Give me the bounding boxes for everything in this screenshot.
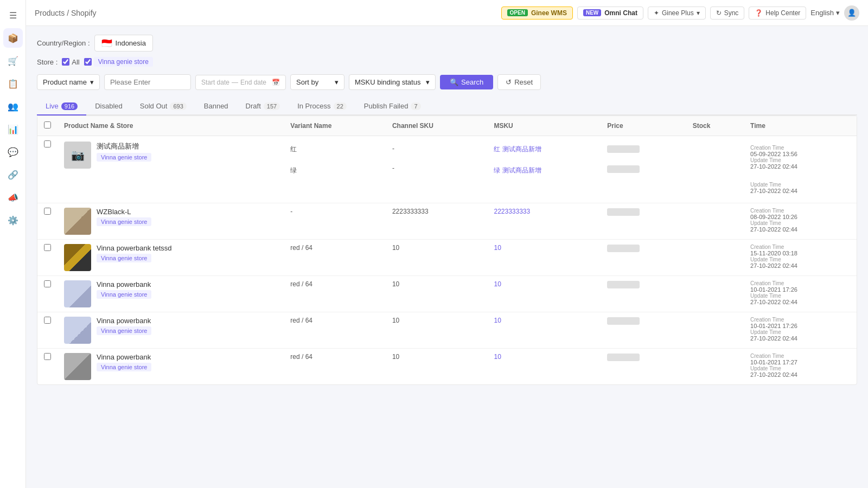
tab-publish-failed[interactable]: Publish Failed 7 xyxy=(355,98,430,115)
tab-live-label: Live xyxy=(46,102,59,110)
reset-icon: ↺ xyxy=(506,78,512,86)
msku-link[interactable]: 10 xyxy=(494,353,501,361)
search-button[interactable]: 🔍 Search xyxy=(440,75,493,89)
page-title: Products / Shopify xyxy=(35,9,495,17)
tab-draft[interactable]: Draft 157 xyxy=(237,98,289,115)
row-time-cell: Creation Time 08-09-2022 10:26 Update Ti… xyxy=(744,203,857,240)
store-all-checkbox-label[interactable]: All xyxy=(62,58,79,66)
ginee-plus-label: Ginee Plus xyxy=(662,9,694,17)
store-vinna-checkbox[interactable] xyxy=(84,58,92,66)
creation-time-label: Creation Time xyxy=(750,317,850,323)
sidebar-icon-orders[interactable]: 🛒 xyxy=(3,51,23,70)
row-stock-cell xyxy=(686,136,744,203)
tab-in-process[interactable]: In Process 22 xyxy=(289,98,355,115)
update-time-label: Update Time xyxy=(750,365,850,371)
ginee-plus-btn[interactable]: ✦ Ginee Plus ▾ xyxy=(648,7,706,20)
calendar-icon: 📅 xyxy=(272,79,280,86)
row-checkbox-cell[interactable] xyxy=(37,136,58,203)
product-name: WZBlack-L xyxy=(97,208,151,216)
row-checkbox-cell[interactable] xyxy=(37,312,58,349)
sidebar-icon-messages[interactable]: 💬 xyxy=(3,142,23,162)
msku-status-dropdown[interactable]: MSKU binding status ▾ xyxy=(349,74,436,90)
row-time-cell: Creation Time 10-01-2021 17:26 Update Ti… xyxy=(744,312,857,349)
row-checkbox-cell[interactable] xyxy=(37,276,58,312)
variant-name: red / 64 xyxy=(290,280,312,288)
sync-btn[interactable]: ↻ Sync xyxy=(710,7,745,20)
tab-sold-out[interactable]: Sold Out 693 xyxy=(131,98,195,115)
row-checkbox[interactable] xyxy=(44,244,51,251)
sidebar-icon-customers[interactable]: 👥 xyxy=(3,97,23,116)
store-all-checkbox[interactable] xyxy=(62,58,69,66)
store-badge: Vinna genie store xyxy=(97,290,151,299)
row-checkbox[interactable] xyxy=(44,317,51,324)
tab-banned[interactable]: Banned xyxy=(195,98,237,115)
store-badge: Vinna genie store xyxy=(97,254,151,262)
row-checkbox-cell[interactable] xyxy=(37,240,58,276)
tab-disabled[interactable]: Disabled xyxy=(86,98,131,115)
tab-in-process-count: 22 xyxy=(334,102,347,110)
msku-status-label: MSKU binding status xyxy=(355,78,420,86)
sort-by-dropdown[interactable]: Sort by ▾ xyxy=(290,74,344,90)
row-variant-cell: red / 64 xyxy=(284,276,386,312)
store-name-tag: Vinna genie store xyxy=(94,57,153,67)
msku-link[interactable]: 10 xyxy=(494,280,501,288)
search-icon: 🔍 xyxy=(450,78,458,86)
sidebar-icon-analytics[interactable]: 📊 xyxy=(3,119,23,139)
sidebar-menu-icon[interactable]: ☰ xyxy=(3,5,23,25)
sidebar-icon-listings[interactable]: 📋 xyxy=(3,74,23,93)
msku-chevron-icon: ▾ xyxy=(426,78,430,86)
language-selector[interactable]: English ▾ xyxy=(810,9,840,17)
search-input[interactable] xyxy=(104,74,191,90)
country-selector[interactable]: 🇮🇩 Indonesia xyxy=(94,35,153,52)
omni-chat-badge[interactable]: NEW Omni Chat xyxy=(577,7,643,20)
tab-live[interactable]: Live 916 xyxy=(37,98,86,115)
row-checkbox[interactable] xyxy=(44,208,51,215)
update-time-value: 27-10-2022 02:44 xyxy=(750,163,850,170)
product-thumbnail: 📷 xyxy=(64,142,91,169)
select-all-checkbox[interactable] xyxy=(44,121,51,129)
row-checkbox-cell[interactable] xyxy=(37,203,58,240)
tab-live-count: 916 xyxy=(61,102,78,110)
store-vinna-checkbox-label[interactable]: Vinna genie store xyxy=(84,57,153,67)
channel-sku: 10 xyxy=(392,353,399,361)
update-time-label: Update Time xyxy=(750,220,850,226)
row-msku-cell: 10 xyxy=(487,349,601,385)
row-variant-cell: red / 64 xyxy=(284,240,386,276)
creation-time-value: 10-01-2021 17:26 xyxy=(750,286,850,293)
user-avatar[interactable]: 👤 xyxy=(844,5,859,21)
row-checkbox[interactable] xyxy=(44,353,51,360)
main-content: Products / Shopify OPEN Ginee WMS NEW Om… xyxy=(26,0,868,488)
sidebar-icon-promotions[interactable]: 📣 xyxy=(3,188,23,207)
sidebar-icon-integrations[interactable]: 🔗 xyxy=(3,165,23,184)
msku-link[interactable]: 绿 测试商品新增 xyxy=(494,166,594,175)
table-row: Vinna powerbank Vinna genie store red / … xyxy=(37,276,857,312)
msku-link[interactable]: 10 xyxy=(494,244,501,252)
row-checkbox[interactable] xyxy=(44,140,51,147)
msku-link[interactable]: 10 xyxy=(494,317,501,324)
sidebar-icon-products[interactable]: 📦 xyxy=(3,28,23,48)
msku-link[interactable]: 2223333333 xyxy=(494,208,530,215)
row-time-cell: Creation Time 10-01-2021 17:26 Update Ti… xyxy=(744,276,857,312)
row-msku-cell: 10 xyxy=(487,240,601,276)
price-value xyxy=(607,281,640,288)
open-label: OPEN xyxy=(507,9,528,16)
update-time-value: 27-10-2022 02:44 xyxy=(750,371,850,378)
sidebar-icon-settings[interactable]: ⚙️ xyxy=(3,210,23,230)
ginee-wms-badge[interactable]: OPEN Ginee WMS xyxy=(501,7,573,20)
date-range-picker[interactable]: Start date — End date 📅 xyxy=(195,75,286,90)
help-label: Help Center xyxy=(765,9,800,17)
end-date-label: End date xyxy=(240,79,266,86)
table-row: Vinna powerbank tetssd Vinna genie store… xyxy=(37,240,857,276)
reset-button[interactable]: ↺ Reset xyxy=(497,74,541,90)
row-msku-cell: 2223333333 xyxy=(487,203,601,240)
row-variant-cell: 红 绿 xyxy=(284,136,386,203)
col-variant-name: Variant Name xyxy=(284,116,386,136)
product-name-dropdown[interactable]: Product name ▾ xyxy=(37,74,100,90)
tab-in-process-label: In Process xyxy=(297,102,330,110)
update-time-value: 27-10-2022 02:44 xyxy=(750,226,850,233)
msku-link[interactable]: 红 测试商品新增 xyxy=(494,145,594,154)
row-checkbox[interactable] xyxy=(44,280,51,287)
help-center-btn[interactable]: ❓ Help Center xyxy=(749,7,806,20)
row-checkbox-cell[interactable] xyxy=(37,349,58,385)
products-table: Product Name & Store Variant Name Channe… xyxy=(37,116,857,384)
